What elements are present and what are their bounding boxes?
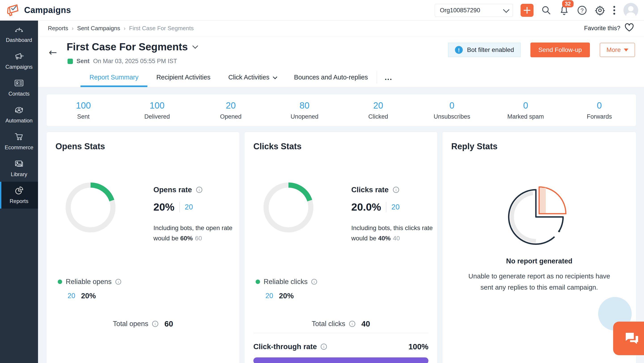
- bots-note-text: Including bots, this clicks rate would b…: [351, 224, 433, 242]
- automation-cycle-icon: [14, 105, 24, 115]
- svg-text:i: i: [396, 188, 397, 192]
- opens-stats-card: Opens Stats Opens rate i 20% 20 Includin…: [46, 132, 240, 363]
- cart-icon: [14, 132, 24, 142]
- info-icon[interactable]: i: [152, 320, 158, 327]
- more-button[interactable]: More: [600, 43, 635, 57]
- click-through-rate-label: Click-through rate: [253, 342, 317, 351]
- info-icon[interactable]: i: [320, 343, 327, 350]
- svg-text:i: i: [155, 322, 156, 326]
- heart-icon[interactable]: [624, 23, 634, 34]
- stat-value-link[interactable]: 0: [562, 101, 636, 111]
- tab-bounces-auto-replies[interactable]: Bounces and Auto-replies: [285, 68, 377, 87]
- tabs-overflow-button[interactable]: ...: [377, 68, 400, 87]
- opens-count-link[interactable]: 20: [185, 203, 193, 211]
- image-library-icon: [14, 159, 24, 169]
- svg-text:i: i: [118, 280, 119, 284]
- org-selector[interactable]: Org100857290: [435, 4, 513, 17]
- card-divider: [253, 333, 428, 333]
- campaigns-logo-icon: [6, 3, 20, 18]
- stat-value-link[interactable]: 20: [194, 101, 268, 111]
- empty-pie-illustration: [501, 177, 577, 253]
- opens-rate-value: 20%: [154, 201, 174, 213]
- sidebar-item-automation[interactable]: Automation: [0, 101, 38, 128]
- bots-note-bold: 40%: [378, 235, 391, 242]
- stat-value-link[interactable]: 80: [268, 101, 342, 111]
- tab-click-activities[interactable]: Click Activities: [219, 68, 285, 87]
- back-arrow-icon[interactable]: ←: [49, 48, 57, 57]
- search-icon[interactable]: [541, 5, 552, 16]
- stat-label: Opened: [194, 113, 268, 120]
- svg-text:i: i: [323, 345, 324, 349]
- info-icon[interactable]: i: [393, 186, 399, 193]
- user-avatar[interactable]: [624, 3, 638, 18]
- favorite-this-label: Favorite this?: [584, 25, 620, 32]
- reliable-opens-count-link[interactable]: 20: [68, 292, 75, 300]
- progress-bar-fill: [253, 357, 428, 363]
- stat-unsubscribes: 0 Unsubscribes: [415, 101, 489, 120]
- sidebar-item-label: Contacts: [8, 91, 30, 97]
- chat-support-button[interactable]: [613, 322, 644, 355]
- help-icon[interactable]: ?: [577, 5, 587, 16]
- divider: [386, 202, 386, 212]
- org-selector-value: Org100857290: [440, 7, 480, 14]
- tab-label: Bounces and Auto-replies: [294, 74, 368, 81]
- info-alert-icon: !: [454, 46, 463, 54]
- sidebar-item-ecommerce[interactable]: Ecommerce: [0, 128, 38, 155]
- contact-card-icon: [14, 79, 24, 88]
- settings-gear-icon[interactable]: [595, 5, 605, 16]
- stat-value-link[interactable]: 100: [46, 101, 120, 111]
- stat-label: Forwards: [562, 113, 636, 120]
- stat-value-link[interactable]: 20: [342, 101, 415, 111]
- svg-text:?: ?: [580, 8, 584, 14]
- tab-recipient-activities[interactable]: Recipient Activities: [147, 68, 219, 87]
- breadcrumb-sent-campaigns[interactable]: Sent Campaigns: [77, 25, 120, 32]
- reliable-clicks-count-link[interactable]: 20: [266, 292, 273, 300]
- reliable-clicks-label: Reliable clicks: [264, 278, 308, 286]
- breadcrumb-separator: ›: [124, 25, 126, 32]
- svg-text:!: !: [458, 47, 460, 53]
- sidebar-item-library[interactable]: Library: [0, 155, 38, 182]
- stat-opened: 20 Opened: [194, 101, 268, 120]
- app-title: Campaigns: [24, 5, 71, 15]
- pie-chart-icon: [14, 186, 24, 196]
- tab-report-summary[interactable]: Report Summary: [80, 68, 147, 87]
- sidebar-item-campaigns[interactable]: Campaigns: [0, 48, 38, 74]
- reliable-opens-label: Reliable opens: [66, 278, 112, 286]
- dashboard-gauge-icon: [14, 25, 24, 35]
- reliable-clicks-dot: [256, 279, 260, 284]
- more-button-label: More: [606, 46, 621, 54]
- info-icon[interactable]: i: [115, 279, 122, 285]
- sidebar-item-contacts[interactable]: Contacts: [0, 74, 38, 101]
- chat-bubbles-icon: [624, 331, 640, 346]
- send-followup-button[interactable]: Send Follow-up: [530, 43, 590, 57]
- stat-value-link[interactable]: 0: [415, 101, 489, 111]
- no-report-title: No report generated: [442, 257, 636, 265]
- reliable-opens-percent: 20%: [81, 292, 96, 300]
- stat-label: Marked spam: [489, 113, 562, 120]
- no-report-message: Unable to generate report as no recipien…: [462, 271, 617, 293]
- chevron-down-icon: [273, 75, 277, 79]
- svg-text:i: i: [314, 280, 314, 284]
- stat-value-link[interactable]: 100: [120, 101, 194, 111]
- create-new-button[interactable]: [520, 4, 534, 17]
- stat-unopened: 80 Unopened: [268, 101, 342, 120]
- more-vertical-dots-icon[interactable]: [613, 5, 616, 16]
- tab-label: Click Activities: [228, 74, 270, 81]
- total-clicks-label: Total clicks: [312, 320, 345, 328]
- info-icon[interactable]: i: [196, 186, 202, 193]
- sidebar-item-reports[interactable]: Reports: [0, 182, 38, 209]
- click-through-rate-value: 100%: [408, 342, 428, 351]
- sidebar-item-dashboard[interactable]: Dashboard: [0, 21, 38, 48]
- card-title: Clicks Stats: [253, 142, 302, 151]
- sidebar-item-label: Campaigns: [5, 64, 32, 70]
- info-icon[interactable]: i: [311, 279, 317, 285]
- clicks-count-link[interactable]: 20: [391, 203, 400, 211]
- stat-value-link[interactable]: 0: [489, 101, 562, 111]
- campaign-header: ← First Case For Segments Sent On Mar 03…: [38, 36, 644, 68]
- notifications-bell-icon[interactable]: 32: [559, 5, 569, 16]
- divider: [179, 202, 180, 212]
- info-icon[interactable]: i: [349, 320, 356, 327]
- title-chevron-down-icon[interactable]: [192, 43, 198, 49]
- breadcrumb-reports[interactable]: Reports: [48, 25, 68, 32]
- bot-filter-banner[interactable]: ! Bot filter enabled: [448, 43, 520, 57]
